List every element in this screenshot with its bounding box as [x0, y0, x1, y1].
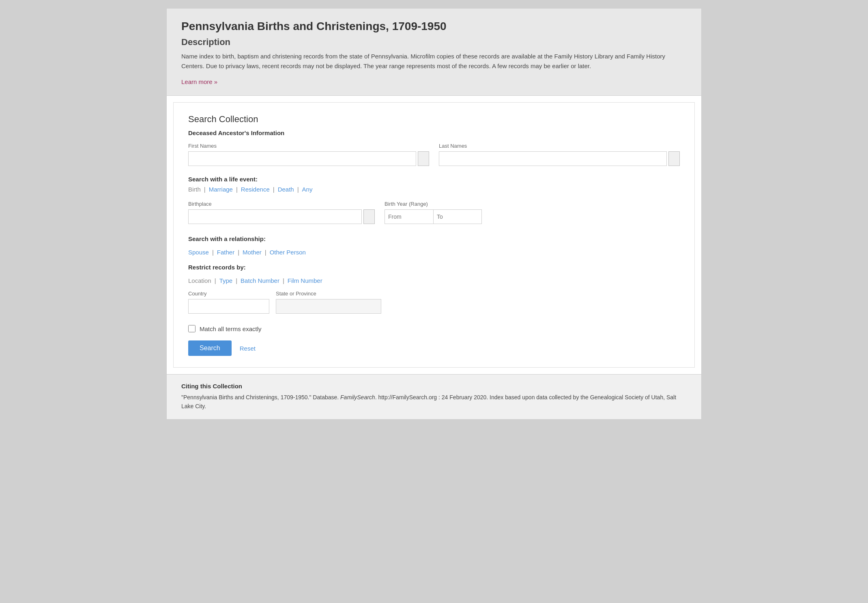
state-input[interactable]: [276, 299, 381, 314]
birth-year-group: Birth Year (Range): [385, 201, 482, 224]
restrict-links: Location | Type | Batch Number | Film Nu…: [188, 277, 680, 284]
first-names-label: First Names: [188, 143, 429, 149]
restrict-link-batch[interactable]: Batch Number: [241, 277, 279, 284]
reset-link[interactable]: Reset: [240, 345, 256, 352]
birthplace-group: Birthplace: [188, 201, 375, 224]
citing-section: Citing this Collection "Pennsylvania Bir…: [167, 374, 701, 419]
restrict-link-type[interactable]: Type: [219, 277, 233, 284]
match-exact-checkbox[interactable]: [188, 325, 196, 332]
search-button[interactable]: Search: [188, 340, 232, 356]
separator-3: |: [273, 186, 275, 193]
location-row: Country State or Province: [188, 291, 680, 314]
birthplace-row: Birthplace Birth Year (Range): [188, 201, 680, 224]
relationship-section: Search with a relationship: Spouse | Fat…: [188, 235, 680, 256]
rel-separator-2: |: [238, 249, 239, 256]
birthplace-input-wrapper: [188, 209, 375, 224]
restrict-link-film[interactable]: Film Number: [288, 277, 322, 284]
year-range-inputs: [385, 209, 482, 224]
restrict-link-location: Location: [188, 277, 211, 284]
rel-separator-3: |: [265, 249, 266, 256]
relationship-link-spouse[interactable]: Spouse: [188, 249, 209, 256]
match-exact-label: Match all terms exactly: [200, 325, 262, 332]
last-names-options-btn[interactable]: [668, 151, 680, 166]
description-section: Pennsylvania Births and Christenings, 17…: [167, 9, 701, 96]
first-name-input-wrapper: [188, 151, 429, 166]
page-title: Pennsylvania Births and Christenings, 17…: [181, 20, 687, 33]
relationship-label: Search with a relationship:: [188, 235, 680, 242]
life-event-section: Search with a life event: Birth | Marria…: [188, 176, 680, 193]
birth-year-to-input[interactable]: [433, 209, 482, 224]
birthplace-options-btn[interactable]: [363, 209, 375, 224]
first-name-group: First Names: [188, 143, 429, 166]
citing-text-plain: "Pennsylvania Births and Christenings, 1…: [181, 394, 340, 401]
citing-text: "Pennsylvania Births and Christenings, 1…: [181, 393, 687, 411]
rel-separator-1: |: [212, 249, 214, 256]
match-row: Match all terms exactly: [188, 325, 680, 332]
relationship-link-father[interactable]: Father: [217, 249, 234, 256]
learn-more-link[interactable]: Learn more »: [181, 78, 217, 85]
first-names-options-btn[interactable]: [418, 151, 429, 166]
state-group: State or Province: [276, 291, 381, 314]
last-names-input[interactable]: [439, 151, 667, 166]
last-names-label: Last Names: [439, 143, 680, 149]
birth-year-label: Birth Year (Range): [385, 201, 482, 207]
event-link-birth: Birth: [188, 186, 201, 193]
relationship-link-other[interactable]: Other Person: [270, 249, 306, 256]
country-label: Country: [188, 291, 269, 297]
life-event-label: Search with a life event:: [188, 176, 680, 183]
separator-2: |: [236, 186, 238, 193]
country-group: Country: [188, 291, 269, 314]
separator-1: |: [204, 186, 206, 193]
name-fields-row: First Names Last Names: [188, 143, 680, 166]
birthplace-label: Birthplace: [188, 201, 375, 207]
description-heading: Description: [181, 37, 687, 47]
relationship-links: Spouse | Father | Mother | Other Person: [188, 249, 680, 256]
birthplace-input[interactable]: [188, 209, 362, 224]
citing-title: Citing this Collection: [181, 383, 687, 390]
description-text: Name index to birth, baptism and christe…: [181, 52, 687, 71]
event-link-marriage[interactable]: Marriage: [209, 186, 233, 193]
country-input[interactable]: [188, 299, 269, 314]
event-links: Birth | Marriage | Residence | Death | A…: [188, 186, 680, 193]
state-label: State or Province: [276, 291, 381, 297]
restr-separator-1: |: [215, 277, 216, 284]
relationship-link-mother[interactable]: Mother: [243, 249, 262, 256]
restr-separator-2: |: [236, 277, 237, 284]
button-row: Search Reset: [188, 340, 680, 356]
first-names-input[interactable]: [188, 151, 416, 166]
last-name-input-wrapper: [439, 151, 680, 166]
event-link-any[interactable]: Any: [302, 186, 313, 193]
citing-text-italic: FamilySearch: [340, 394, 375, 401]
event-link-residence[interactable]: Residence: [241, 186, 270, 193]
search-collection-title: Search Collection: [188, 114, 680, 125]
restrict-section: Restrict records by: Location | Type | B…: [188, 264, 680, 314]
last-name-group: Last Names: [439, 143, 680, 166]
restr-separator-3: |: [283, 277, 284, 284]
ancestor-section-label: Deceased Ancestor's Information: [188, 129, 680, 136]
restrict-label: Restrict records by:: [188, 264, 680, 271]
search-section: Search Collection Deceased Ancestor's In…: [173, 102, 695, 368]
separator-4: |: [297, 186, 299, 193]
event-link-death[interactable]: Death: [278, 186, 294, 193]
birth-year-from-input[interactable]: [385, 209, 433, 224]
